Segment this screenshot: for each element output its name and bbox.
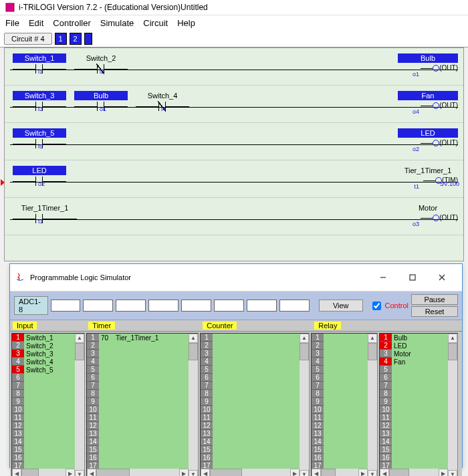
horizontal-scrollbar[interactable]: ◀▶ bbox=[312, 469, 368, 476]
view-button[interactable]: View bbox=[319, 300, 363, 312]
adc-button[interactable]: ADC1-8 bbox=[14, 296, 48, 315]
page-1-button[interactable]: 1 bbox=[55, 33, 67, 45]
io-row[interactable]: 16 bbox=[87, 454, 198, 462]
io-row[interactable]: 4Switch_4 bbox=[12, 358, 84, 366]
io-row[interactable]: 8 bbox=[87, 390, 198, 398]
coil[interactable]: Motor(OUT)o3 bbox=[398, 203, 458, 221]
io-row[interactable]: 2 bbox=[87, 342, 198, 350]
io-row[interactable]: 5 bbox=[380, 366, 457, 374]
io-row[interactable]: 14 bbox=[87, 438, 198, 446]
io-row[interactable]: 1 bbox=[201, 334, 309, 342]
io-row[interactable]: 13 bbox=[12, 430, 84, 438]
io-row[interactable]: 16 bbox=[201, 454, 309, 462]
io-row[interactable]: 8 bbox=[201, 390, 309, 398]
coil[interactable]: Bulb(OUT)o1 bbox=[398, 53, 458, 72]
io-row[interactable]: 8 bbox=[12, 390, 84, 398]
simulator-titlebar[interactable]: Programmable Logic Simulator bbox=[10, 264, 462, 291]
io-row[interactable]: 7 bbox=[201, 382, 309, 390]
contact[interactable]: Switch_2i2 bbox=[74, 53, 128, 74]
contact[interactable]: LEDo2 bbox=[13, 166, 66, 186]
io-row[interactable]: 13 bbox=[201, 430, 309, 438]
pause-button[interactable]: Pause bbox=[411, 294, 458, 305]
io-row[interactable]: 7 bbox=[12, 382, 84, 390]
adc-field-6[interactable] bbox=[214, 300, 244, 312]
io-row[interactable]: 15 bbox=[12, 446, 84, 454]
io-row[interactable]: 2LED bbox=[380, 342, 457, 350]
io-row[interactable]: 12 bbox=[12, 422, 84, 430]
coil[interactable]: Fan(OUT)o4 bbox=[398, 91, 458, 109]
io-row[interactable]: 3 bbox=[201, 350, 309, 358]
horizontal-scrollbar[interactable]: ◀▶ bbox=[201, 469, 300, 476]
io-row[interactable]: 1Switch_1 bbox=[12, 334, 84, 342]
io-row[interactable]: 9 bbox=[380, 398, 457, 406]
adc-field-5[interactable] bbox=[181, 300, 211, 312]
rung[interactable]: Switch_5i5LED(OUT)o2 bbox=[5, 123, 463, 160]
io-row[interactable]: 3Motor bbox=[380, 350, 457, 358]
io-row[interactable]: 2Switch_2 bbox=[12, 342, 84, 350]
io-row[interactable]: 3Switch_3 bbox=[12, 350, 84, 358]
adc-field-3[interactable] bbox=[116, 300, 146, 312]
adc-field-2[interactable] bbox=[83, 300, 113, 312]
contact[interactable]: Switch_3i3 bbox=[13, 91, 66, 111]
page-2-button[interactable]: 2 bbox=[70, 33, 82, 45]
io-row[interactable]: 11 bbox=[87, 414, 198, 422]
io-row[interactable]: 15 bbox=[201, 446, 309, 454]
contact[interactable]: Switch_4i4 bbox=[136, 91, 189, 111]
horizontal-scrollbar[interactable]: ◀▶ bbox=[380, 469, 448, 476]
circuit-button[interactable]: Circuit # 4 bbox=[4, 33, 52, 45]
rung[interactable]: LEDo2Tier_1Timer_1(TIM)t1SV:100 bbox=[5, 160, 463, 198]
contact[interactable]: Switch_1i1 bbox=[13, 53, 66, 74]
reset-button[interactable]: Reset bbox=[411, 306, 458, 317]
vertical-scrollbar[interactable]: ▲▼ bbox=[448, 334, 457, 476]
adc-field-1[interactable] bbox=[51, 300, 81, 312]
adc-field-4[interactable] bbox=[148, 300, 179, 312]
rung[interactable]: Tier_1Timer_1t1Motor(OUT)o3 bbox=[5, 198, 463, 235]
io-row[interactable]: 10 bbox=[87, 406, 198, 414]
io-row[interactable]: 14 bbox=[12, 438, 84, 446]
vertical-scrollbar[interactable]: ▲▼ bbox=[368, 334, 377, 476]
io-row[interactable]: 15 bbox=[87, 446, 198, 454]
io-row[interactable]: 10 bbox=[380, 406, 457, 414]
io-row[interactable]: 5 bbox=[87, 366, 198, 374]
adc-field-8[interactable] bbox=[279, 300, 310, 312]
vertical-scrollbar[interactable]: ▲▼ bbox=[75, 334, 84, 476]
vertical-scrollbar[interactable]: ▲▼ bbox=[189, 334, 198, 476]
rung[interactable]: Switch_1i1Switch_2i2Bulb(OUT)o1 bbox=[5, 48, 463, 86]
rung[interactable]: Switch_3i3Bulbo1Switch_4i4Fan(OUT)o4 bbox=[5, 86, 463, 123]
io-row[interactable]: 8 bbox=[380, 390, 457, 398]
contact[interactable]: Tier_1Timer_1t1 bbox=[13, 203, 77, 223]
io-row[interactable]: 9 bbox=[201, 398, 309, 406]
coil[interactable]: LED(OUT)o2 bbox=[398, 128, 458, 146]
io-row[interactable]: 11 bbox=[380, 414, 457, 422]
io-row[interactable]: 11 bbox=[12, 414, 84, 422]
io-row[interactable]: 1Bulb bbox=[380, 334, 457, 342]
ladder-diagram[interactable]: Switch_1i1Switch_2i2Bulb(OUT)o1Switch_3i… bbox=[4, 47, 464, 261]
io-row[interactable]: 12 bbox=[201, 422, 309, 430]
menu-circuit[interactable]: Circuit bbox=[143, 18, 168, 28]
maximize-button[interactable] bbox=[398, 268, 427, 287]
menu-controller[interactable]: Controller bbox=[53, 18, 90, 28]
io-row[interactable]: 15 bbox=[380, 446, 457, 454]
io-row[interactable]: 12 bbox=[87, 422, 198, 430]
io-row[interactable]: 4 bbox=[201, 358, 309, 366]
control-check-input[interactable] bbox=[372, 302, 381, 310]
control-checkbox[interactable]: Control bbox=[370, 300, 408, 312]
minimize-button[interactable] bbox=[368, 268, 398, 287]
io-row[interactable]: 13 bbox=[380, 430, 457, 438]
page-extra-button[interactable] bbox=[84, 33, 92, 45]
menu-simulate[interactable]: Simulate bbox=[100, 18, 134, 28]
io-row[interactable]: 6 bbox=[380, 374, 457, 382]
io-row[interactable]: 14 bbox=[380, 438, 457, 446]
io-row[interactable]: 7 bbox=[87, 382, 198, 390]
io-row[interactable]: 9 bbox=[87, 398, 198, 406]
contact[interactable]: Bulbo1 bbox=[74, 91, 128, 111]
io-row[interactable]: 5Switch_5 bbox=[12, 366, 84, 374]
io-row[interactable]: 10 bbox=[201, 406, 309, 414]
menu-file[interactable]: File bbox=[5, 18, 19, 28]
io-row[interactable]: 4Fan bbox=[380, 358, 457, 366]
io-row[interactable]: 11 bbox=[201, 414, 309, 422]
io-row[interactable]: 5 bbox=[201, 366, 309, 374]
io-row[interactable]: 6 bbox=[12, 374, 84, 382]
io-row[interactable]: 12 bbox=[380, 422, 457, 430]
coil[interactable]: Tier_1Timer_1(TIM)t1SV:100 bbox=[398, 166, 458, 184]
